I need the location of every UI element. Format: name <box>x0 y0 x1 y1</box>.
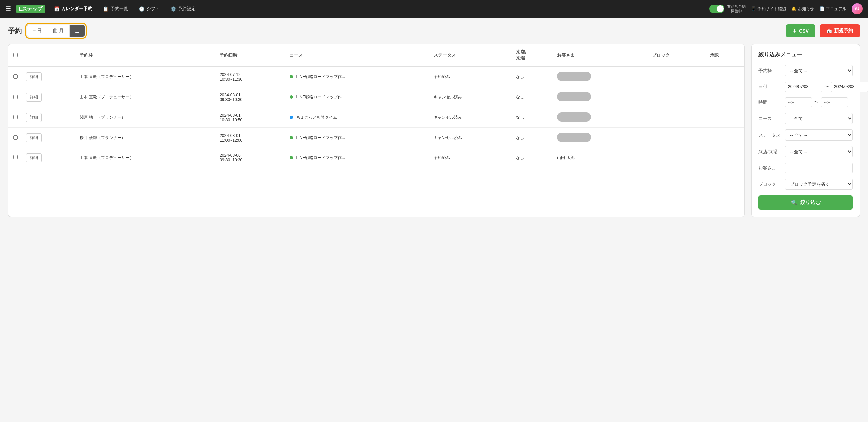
filter-label-status: ステータス <box>758 132 782 138</box>
booking-site-link[interactable]: 📱 予約サイト確認 <box>751 6 786 12</box>
cell-visit: なし <box>512 87 553 107</box>
row-checkbox[interactable] <box>13 135 18 140</box>
filter-time-from[interactable] <box>785 97 812 107</box>
row-checkbox[interactable] <box>13 74 18 79</box>
avatar[interactable]: tU <box>852 3 863 14</box>
cell-slot: 桜井 優輝（プランナー） <box>76 128 216 148</box>
nav-item-settings[interactable]: ⚙️ 予約設定 <box>166 4 200 14</box>
time-range-separator: 〜 <box>814 99 819 105</box>
booking-table-container: 予約枠 予約日時 コース ステータス 来店/来場 お客さま ブロック 承認 詳細… <box>8 44 745 217</box>
customer-placeholder <box>557 112 591 122</box>
search-icon: 🔍 <box>791 200 797 206</box>
row-checkbox[interactable] <box>13 95 18 99</box>
notifications-label: お知らせ <box>798 6 814 12</box>
cell-approval <box>706 87 744 107</box>
filter-select-block[interactable]: ブロック予定を省く <box>785 179 853 190</box>
filter-time-to[interactable] <box>821 97 848 107</box>
cell-status: 予約済み <box>430 148 512 167</box>
cell-slot: 山本 直毅（プロデューサー） <box>76 66 216 87</box>
course-dot <box>290 75 293 78</box>
cell-block <box>648 87 706 107</box>
cell-status: 予約済み <box>430 66 512 87</box>
filter-date-from[interactable] <box>785 82 822 92</box>
col-header-block: ブロック <box>648 44 706 66</box>
cell-customer <box>553 128 648 148</box>
course-dot <box>290 95 293 99</box>
calendar-plus-icon: 📅 <box>826 28 832 34</box>
page-header-left: 予約 ≡ 日 曲 月 ☰ <box>8 25 85 37</box>
filter-submit-button[interactable]: 🔍 絞り込む <box>758 195 853 210</box>
filter-row-course: コース -- 全て -- <box>758 113 853 124</box>
detail-button[interactable]: 詳細 <box>26 153 42 162</box>
detail-button[interactable]: 詳細 <box>26 113 42 122</box>
cell-datetime: 2024-07-12 10:30~11:30 <box>216 66 285 87</box>
cell-course: ちょこっと相談タイム <box>285 107 430 128</box>
csv-button[interactable]: ⬇ CSV <box>786 24 815 37</box>
cell-visit: なし <box>512 66 553 87</box>
header-nav: 📅 カレンダー予約 📋 予約一覧 🕐 シフト ⚙️ 予約設定 <box>49 4 709 14</box>
content-area: 予約枠 予約日時 コース ステータス 来店/来場 お客さま ブロック 承認 詳細… <box>8 44 860 217</box>
filter-date-to[interactable] <box>831 82 868 92</box>
customer-placeholder <box>557 92 591 101</box>
menu-icon[interactable]: ☰ <box>5 5 11 13</box>
cell-course: LINE戦略ロードマップ作... <box>285 148 430 167</box>
cell-datetime: 2024-08-06 09:30~10:30 <box>216 148 285 167</box>
filter-select-visit[interactable]: -- 全て -- <box>785 146 853 157</box>
filter-label-slot: 予約枠 <box>758 68 782 74</box>
filter-select-slot[interactable]: -- 全て -- <box>785 65 853 76</box>
friend-booking-toggle[interactable] <box>709 5 724 13</box>
filter-label-date: 日付 <box>758 84 782 90</box>
notifications-link[interactable]: 🔔 お知らせ <box>791 6 814 12</box>
col-header-course: コース <box>285 44 430 66</box>
manual-link[interactable]: 📄 マニュアル <box>820 6 846 12</box>
filter-row-visit: 来店/来場 -- 全て -- <box>758 146 853 157</box>
filter-label-visit: 来店/来場 <box>758 149 782 155</box>
nav-item-calendar[interactable]: 📅 カレンダー予約 <box>49 4 97 14</box>
course-dot <box>290 156 293 159</box>
cell-slot: 山本 直毅（プロデューサー） <box>76 87 216 107</box>
course-dot <box>290 136 293 139</box>
detail-button[interactable]: 詳細 <box>26 93 42 102</box>
view-toggle-week[interactable]: ≡ 日 <box>27 25 47 37</box>
col-header-slot <box>22 44 76 66</box>
row-checkbox[interactable] <box>13 155 18 159</box>
col-header-status: ステータス <box>430 44 512 66</box>
filter-date-range: 〜 <box>785 82 868 92</box>
filter-select-course[interactable]: -- 全て -- <box>785 113 853 124</box>
toggle-label: 友だち予約 稼働中 <box>727 4 746 13</box>
row-checkbox[interactable] <box>13 115 18 119</box>
filter-row-time: 時間 〜 <box>758 97 853 107</box>
cell-course: LINE戦略ロードマップ作... <box>285 66 430 87</box>
col-header-visit: 来店/来場 <box>512 44 553 66</box>
select-all-checkbox[interactable] <box>13 53 18 57</box>
col-header-customer: お客さま <box>553 44 648 66</box>
filter-panel: 絞り込みメニュー 予約枠 -- 全て -- 日付 〜 時間 <box>751 44 860 217</box>
view-toggle-list[interactable]: ☰ <box>70 25 85 37</box>
nav-label-list: 予約一覧 <box>111 6 128 12</box>
date-range-separator: 〜 <box>824 84 829 90</box>
table-row: 詳細 山本 直毅（プロデューサー） 2024-08-06 09:30~10:30… <box>8 148 744 167</box>
customer-placeholder <box>557 133 591 142</box>
bell-icon: 🔔 <box>791 6 796 11</box>
nav-item-shift[interactable]: 🕐 シフト <box>134 4 164 14</box>
cell-visit: なし <box>512 148 553 167</box>
customer-placeholder <box>557 72 591 81</box>
view-toggle-group: ≡ 日 曲 月 ☰ <box>27 25 85 37</box>
filter-input-customer[interactable] <box>785 163 853 173</box>
page-header: 予約 ≡ 日 曲 月 ☰ ⬇ CSV 📅 <box>8 24 860 37</box>
filter-row-date: 日付 〜 <box>758 82 853 92</box>
cell-course: LINE戦略ロードマップ作... <box>285 87 430 107</box>
new-booking-button[interactable]: 📅 新規予約 <box>820 24 860 37</box>
manual-label: マニュアル <box>826 6 846 12</box>
view-toggle-month[interactable]: 曲 月 <box>47 25 70 37</box>
filter-select-status[interactable]: -- 全て -- <box>785 129 853 141</box>
filter-row-customer: お客さま <box>758 163 853 173</box>
table-row: 詳細 山本 直毅（プロデューサー） 2024-08-01 09:30~10:30… <box>8 87 744 107</box>
cell-block <box>648 107 706 128</box>
detail-button[interactable]: 詳細 <box>26 133 42 142</box>
cell-customer <box>553 66 648 87</box>
nav-item-list[interactable]: 📋 予約一覧 <box>98 4 133 14</box>
detail-button[interactable]: 詳細 <box>26 72 42 81</box>
nav-label-shift: シフト <box>146 6 160 12</box>
filter-title: 絞り込みメニュー <box>758 51 853 58</box>
